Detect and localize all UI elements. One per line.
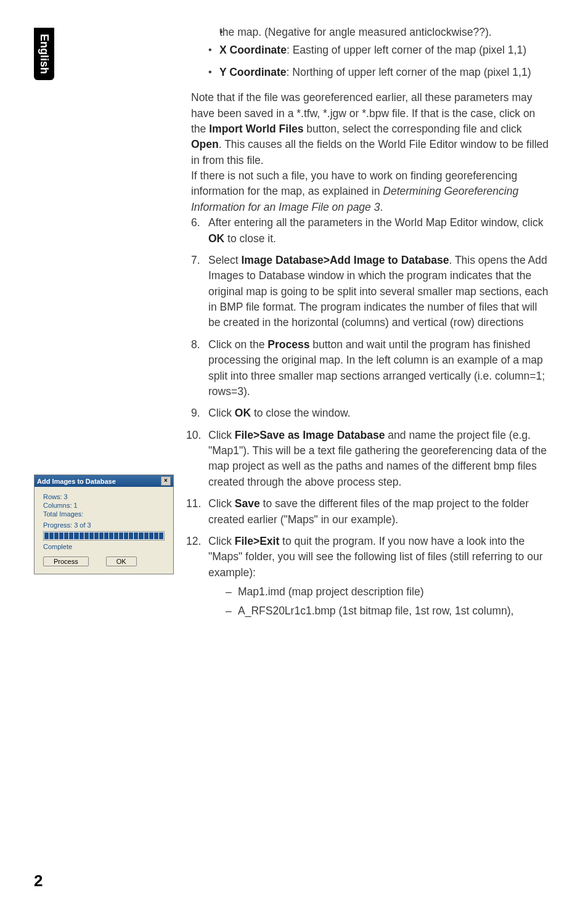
t: Click [208,535,235,547]
step-8: 8. Click on the Process button and wait … [191,337,552,400]
t: . This causes all the fields on the Worl… [191,138,549,166]
progress-label: Progress: 3 of 3 [43,521,165,529]
step-11: 11. Click Save to save the different fil… [191,496,552,528]
num: 8. [191,337,200,353]
t: Save [235,497,260,510]
t: Process [267,338,309,351]
add-images-dialog: Add Images to Database × Rows: 3 Columns… [34,475,174,574]
step-10: 10. Click File>Save as Image Database an… [191,428,552,491]
file-list: Map1.imd (map project description file) … [226,584,552,619]
t: Open [191,138,219,150]
document-body: the map. (Negative for angle measured an… [191,25,552,626]
t: Image Database>Add Image to Database [242,254,449,266]
t: . [380,201,383,213]
progress-bar [43,531,165,540]
t: Click [208,407,235,419]
note-no-file: If there is not such a file, you have to… [191,168,552,215]
num: 7. [191,253,200,268]
page-number: 2 [34,871,43,891]
t: Click [208,429,235,441]
step-12: 12. Click File>Exit to quit the program.… [191,534,552,619]
text: : Northing of upper left corner of the m… [287,66,531,78]
complete-label: Complete [43,543,165,550]
numbered-steps: 6. After entering all the parameters in … [191,215,552,619]
t: Import World Files [209,123,303,135]
bullet-x-coordinate: X Coordinate: Easting of upper left corn… [208,43,552,58]
t: File>Save as Image Database [235,429,385,441]
dialog-title: Add Images to Database [37,478,116,485]
t: File>Exit [235,535,279,547]
close-icon[interactable]: × [161,476,171,486]
num: 9. [191,406,200,421]
dialog-body: Rows: 3 Columns: 1 Total Images: Progres… [35,487,173,574]
bullet-y-coordinate: Y Coordinate: Northing of upper left cor… [208,65,552,80]
rows-label: Rows: 3 [43,493,165,500]
num: 10. [186,428,201,443]
side-tab-english: English [34,28,54,80]
t: Select [208,254,242,266]
dialog-buttons: Process OK [43,556,165,566]
t: button, select the corresponding file an… [304,123,522,135]
top-bullets-2: X Coordinate: Easting of upper left corn… [208,43,552,80]
dialog-titlebar: Add Images to Database × [35,475,173,487]
step-9: 9. Click OK to close the window. [191,406,552,421]
process-button[interactable]: Process [43,556,89,566]
continuation-line: the map. (Negative for angle measured an… [219,25,552,40]
top-bullets: the map. (Negative for angle measured an… [208,25,552,40]
file-item-1: Map1.imd (map project description file) [226,584,552,600]
t: to close it. [224,232,276,245]
label: X Coordinate [219,44,287,56]
total-images-label: Total Images: [43,510,165,518]
t: After entering all the parameters in the… [208,216,543,229]
file-item-2: A_RFS20Lr1c1.bmp (1st bitmap file, 1st r… [226,603,552,619]
num: 11. [186,496,201,512]
num: 6. [191,215,200,230]
label: Y Coordinate [219,66,287,78]
ok-button[interactable]: OK [106,556,137,566]
text: : Easting of upper left corner of the ma… [287,44,526,56]
t: OK [235,407,251,419]
t: Click on the [208,338,267,351]
step-7: 7. Select Image Database>Add Image to Da… [191,253,552,331]
note-georef: Note that if the file was georeferenced … [191,90,552,168]
text: the map. (Negative for angle measured an… [219,26,492,38]
t: Click [208,497,235,510]
t: to close the window. [251,407,350,419]
num: 12. [186,534,201,549]
t: OK [208,232,224,245]
columns-label: Columns: 1 [43,502,165,509]
step-6: 6. After entering all the parameters in … [191,215,552,247]
